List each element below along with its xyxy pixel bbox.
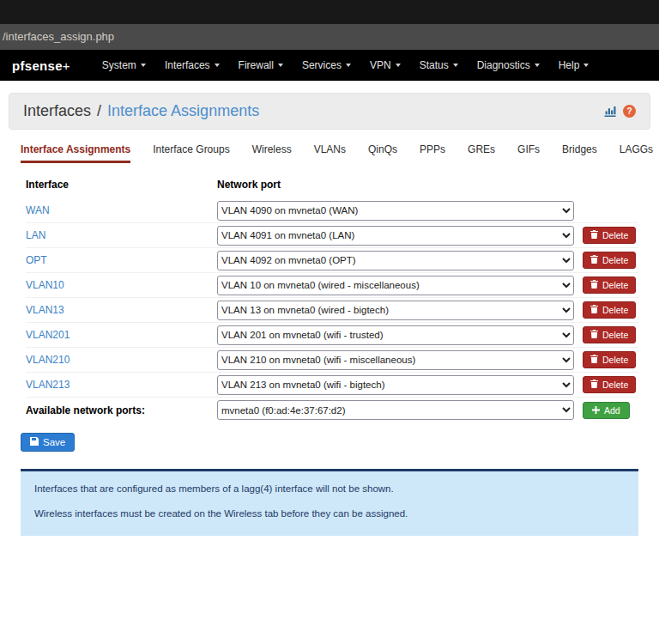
breadcrumb-separator: / [97, 102, 101, 120]
chevron-down-icon [453, 64, 458, 67]
chevron-down-icon [141, 64, 146, 67]
delete-button[interactable]: Delete [583, 252, 636, 269]
interface-link-wan[interactable]: WAN [26, 204, 217, 216]
tab-interface-assignments[interactable]: Interface Assignments [21, 143, 130, 163]
nav-item-help[interactable]: Help [549, 50, 599, 81]
tab-wireless[interactable]: Wireless [252, 143, 292, 163]
save-button[interactable]: Save [21, 433, 75, 452]
table-row: VLAN201 VLAN 201 on mvneta0 (wifi - trus… [26, 323, 638, 348]
table-row: VLAN10 VLAN 10 on mvneta0 (wired - misce… [26, 273, 638, 298]
browser-titlebar [0, 0, 659, 24]
nav-item-vpn[interactable]: VPN [360, 50, 410, 81]
network-port-select[interactable]: VLAN 4092 on mvneta0 (OPT) [217, 251, 574, 270]
info-note-wireless: Wireless interfaces must be created on t… [34, 507, 625, 520]
plus-icon [592, 405, 600, 416]
col-header-interface: Interface [26, 179, 217, 191]
delete-button[interactable]: Delete [583, 301, 636, 319]
delete-button[interactable]: Delete [583, 326, 636, 343]
nav-item-diagnostics[interactable]: Diagnostics [468, 50, 549, 81]
network-port-select[interactable]: VLAN 210 on mvneta0 (wifi - miscellaneou… [217, 350, 574, 370]
tab-ppps[interactable]: PPPs [420, 143, 445, 163]
nav-item-interfaces[interactable]: Interfaces [155, 50, 229, 81]
trash-icon [590, 305, 598, 315]
interface-assignments-table: Interface Network port WAN VLAN 4090 on … [0, 163, 659, 422]
trash-icon [590, 230, 598, 240]
network-port-select[interactable]: VLAN 4090 on mvneta0 (WAN) [217, 201, 574, 221]
table-row: VLAN210 VLAN 210 on mvneta0 (wifi - misc… [26, 348, 638, 373]
nav-item-services[interactable]: Services [293, 50, 360, 81]
trash-icon [590, 330, 598, 340]
interface-link-vlan213[interactable]: VLAN213 [26, 379, 217, 391]
main-navbar: pfsense+ System Interfaces Firewall Serv… [0, 50, 659, 81]
tab-gifs[interactable]: GIFs [517, 143, 540, 163]
available-ports-row: Available network ports: mvneta0 (f0:ad:… [26, 398, 638, 422]
table-header: Interface Network port [26, 179, 638, 198]
tab-gres[interactable]: GREs [468, 143, 495, 163]
delete-button[interactable]: Delete [583, 227, 636, 244]
page-header: Interfaces / Interface Assignments ? [9, 93, 650, 130]
chevron-down-icon [346, 64, 351, 67]
trash-icon [590, 355, 598, 365]
save-icon [30, 437, 39, 447]
network-port-select[interactable]: VLAN 4091 on mvneta0 (LAN) [217, 226, 574, 246]
chevron-down-icon [396, 64, 401, 67]
pfsense-logo[interactable]: pfsense+ [12, 58, 70, 73]
delete-button[interactable]: Delete [583, 276, 636, 294]
breadcrumb-section: Interfaces [23, 102, 91, 120]
network-port-select[interactable]: VLAN 213 on mvneta0 (wifi - bigtech) [217, 375, 574, 395]
network-port-select[interactable]: VLAN 13 on mvneta0 (wired - bigtech) [217, 301, 574, 320]
trash-icon [590, 255, 598, 265]
nav-item-status[interactable]: Status [410, 50, 468, 81]
table-row: VLAN13 VLAN 13 on mvneta0 (wired - bigte… [26, 298, 638, 323]
interface-link-vlan13[interactable]: VLAN13 [26, 304, 217, 316]
table-row: LAN VLAN 4091 on mvneta0 (LAN) Delete [26, 223, 638, 248]
add-button[interactable]: Add [583, 402, 630, 419]
interface-link-vlan210[interactable]: VLAN210 [26, 354, 217, 366]
delete-button[interactable]: Delete [583, 351, 636, 368]
col-header-network-port: Network port [217, 179, 281, 191]
tab-vlans[interactable]: VLANs [314, 143, 346, 163]
delete-button[interactable]: Delete [583, 376, 636, 393]
table-row: WAN VLAN 4090 on mvneta0 (WAN) [26, 198, 638, 223]
chevron-down-icon [535, 64, 540, 67]
nav-item-system[interactable]: System [93, 50, 155, 81]
browser-url-bar[interactable]: /interfaces_assign.php [0, 24, 659, 50]
help-icon[interactable]: ? [623, 105, 636, 118]
tab-bridges[interactable]: Bridges [562, 143, 597, 163]
table-row: VLAN213 VLAN 213 on mvneta0 (wifi - bigt… [26, 373, 638, 398]
nav-item-firewall[interactable]: Firewall [229, 50, 293, 81]
chevron-down-icon [583, 64, 589, 67]
chevron-down-icon [215, 64, 220, 67]
interface-link-vlan201[interactable]: VLAN201 [26, 329, 217, 341]
available-port-select[interactable]: mvneta0 (f0:ad:4e:37:67:d2) [217, 400, 574, 420]
available-ports-label: Available network ports: [26, 404, 217, 416]
trash-icon [590, 380, 598, 390]
chevron-down-icon [278, 64, 283, 67]
network-port-select[interactable]: VLAN 201 on mvneta0 (wifi - trusted) [217, 325, 574, 345]
info-panel: Interfaces that are configured as member… [21, 469, 638, 536]
tab-qinqs[interactable]: QinQs [368, 143, 397, 163]
network-port-select[interactable]: VLAN 10 on mvneta0 (wired - miscellaneou… [217, 276, 574, 295]
page-title: Interface Assignments [107, 102, 259, 120]
page-url: /interfaces_assign.php [3, 30, 114, 43]
interface-link-vlan10[interactable]: VLAN10 [26, 279, 217, 291]
tab-interface-groups[interactable]: Interface Groups [153, 143, 229, 163]
interface-link-opt[interactable]: OPT [26, 254, 217, 266]
trash-icon [590, 280, 598, 290]
status-graph-icon[interactable] [604, 106, 616, 117]
table-row: OPT VLAN 4092 on mvneta0 (OPT) Delete [26, 248, 638, 273]
info-note-lagg: Interfaces that are configured as member… [34, 483, 625, 495]
interface-link-lan[interactable]: LAN [26, 229, 217, 241]
tab-bar: Interface Assignments Interface Groups W… [0, 130, 659, 163]
tab-laggs[interactable]: LAGGs [620, 143, 653, 163]
